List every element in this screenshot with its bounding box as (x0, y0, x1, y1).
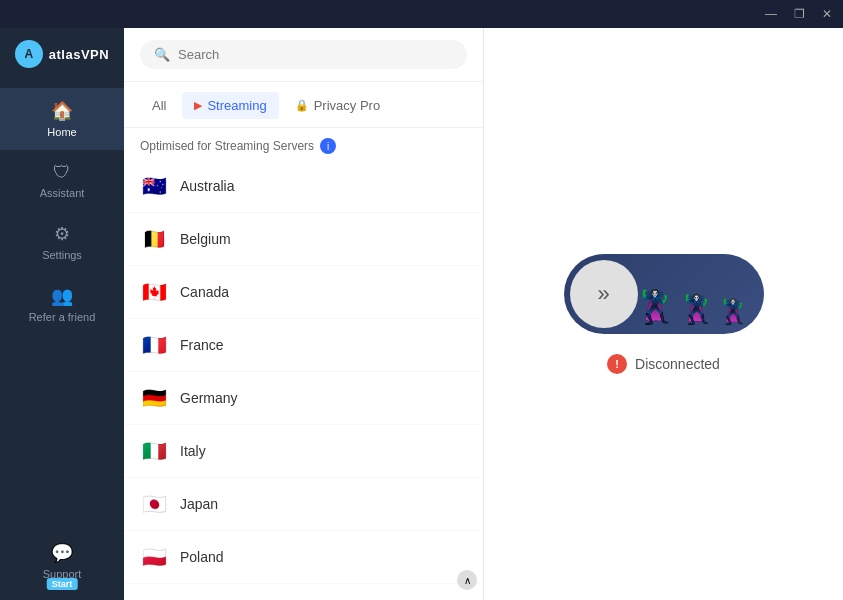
flag-japan: 🇯🇵 (140, 490, 168, 518)
sidebar-nav: 🏠 Home 🛡 Assistant ⚙ Settings 👥 Refer a … (0, 88, 124, 530)
sidebar-item-label-settings: Settings (42, 249, 82, 261)
sidebar-item-label-assistant: Assistant (40, 187, 85, 199)
tab-privacy-pro-label: Privacy Pro (314, 98, 380, 113)
logo-text: atlasVPN (49, 47, 109, 62)
character-3: 🦹 (718, 298, 748, 326)
connection-status-text: Disconnected (635, 356, 720, 372)
server-panel: 🔍 All ▶ Streaming 🔒 Privacy Pro Optimise… (124, 28, 484, 600)
sidebar-item-label-home: Home (47, 126, 76, 138)
character-2: 🦹 (679, 293, 714, 326)
flag-canada: 🇨🇦 (140, 278, 168, 306)
close-button[interactable]: ✕ (819, 6, 835, 22)
flag-italy: 🇮🇹 (140, 437, 168, 465)
toggle-thumb: » (570, 260, 638, 328)
main-area: 🔍 All ▶ Streaming 🔒 Privacy Pro Optimise… (124, 28, 843, 600)
search-bar: 🔍 (124, 28, 483, 82)
privacy-pro-icon: 🔒 (295, 99, 309, 112)
vpn-toggle[interactable]: » 🦹 🦹 🦹 (564, 254, 764, 334)
tab-all[interactable]: All (140, 92, 178, 119)
sidebar-item-home[interactable]: 🏠 Home (0, 88, 124, 150)
server-list-header-text: Optimised for Streaming Servers (140, 139, 314, 153)
titlebar: — ❐ ✕ (0, 0, 843, 28)
refer-icon: 👥 (51, 285, 73, 307)
settings-icon: ⚙ (54, 223, 70, 245)
logo: A atlasVPN (0, 28, 124, 88)
vpn-toggle-area: » 🦹 🦹 🦹 ! Disconnected (564, 254, 764, 374)
flag-france: 🇫🇷 (140, 331, 168, 359)
list-item[interactable]: 🇵🇱 Poland (124, 531, 483, 584)
list-item[interactable]: 🇮🇹 Italy (124, 425, 483, 478)
tab-privacy-pro[interactable]: 🔒 Privacy Pro (283, 92, 392, 119)
list-item[interactable]: 🇪🇸 Spain (124, 584, 483, 600)
logo-icon: A (15, 40, 43, 68)
start-badge: Start (47, 578, 78, 590)
character-1: 🦹 (635, 288, 675, 326)
server-list[interactable]: 🇦🇺 Australia 🇧🇪 Belgium 🇨🇦 Canada 🇫🇷 Fra… (124, 160, 483, 600)
list-item[interactable]: 🇫🇷 France (124, 319, 483, 372)
search-input-wrap: 🔍 (140, 40, 467, 69)
minimize-button[interactable]: — (763, 6, 779, 22)
search-icon: 🔍 (154, 47, 170, 62)
sidebar-bottom: 💬 Support Start (0, 530, 124, 600)
search-input[interactable] (178, 47, 453, 62)
list-item[interactable]: 🇯🇵 Japan (124, 478, 483, 531)
sidebar-item-assistant[interactable]: 🛡 Assistant (0, 150, 124, 211)
flag-poland: 🇵🇱 (140, 543, 168, 571)
sidebar: A atlasVPN 🏠 Home 🛡 Assistant ⚙ Settings… (0, 0, 124, 600)
support-icon: 💬 (51, 542, 73, 564)
vpn-characters: 🦹 🦹 🦹 (635, 288, 748, 326)
maximize-button[interactable]: ❐ (791, 6, 807, 22)
scroll-up-button[interactable]: ∧ (457, 570, 477, 590)
main-content: 🔍 All ▶ Streaming 🔒 Privacy Pro Optimise… (124, 28, 843, 600)
tabs-bar: All ▶ Streaming 🔒 Privacy Pro (124, 82, 483, 128)
assistant-icon: 🛡 (53, 162, 71, 183)
flag-belgium: 🇧🇪 (140, 225, 168, 253)
connection-status-row: ! Disconnected (607, 354, 720, 374)
info-icon[interactable]: i (320, 138, 336, 154)
server-name-belgium: Belgium (180, 231, 231, 247)
server-name-france: France (180, 337, 224, 353)
flag-spain: 🇪🇸 (140, 596, 168, 600)
flag-germany: 🇩🇪 (140, 384, 168, 412)
disconnected-icon: ! (607, 354, 627, 374)
server-name-germany: Germany (180, 390, 238, 406)
server-name-japan: Japan (180, 496, 218, 512)
server-name-italy: Italy (180, 443, 206, 459)
sidebar-item-refer[interactable]: 👥 Refer a friend (0, 273, 124, 335)
list-item[interactable]: 🇩🇪 Germany (124, 372, 483, 425)
list-item[interactable]: 🇨🇦 Canada (124, 266, 483, 319)
list-item[interactable]: 🇧🇪 Belgium (124, 213, 483, 266)
sidebar-item-label-refer: Refer a friend (29, 311, 96, 323)
server-name-australia: Australia (180, 178, 234, 194)
streaming-icon: ▶ (194, 99, 202, 112)
connection-panel: » 🦹 🦹 🦹 ! Disconnected (484, 28, 843, 600)
tab-streaming[interactable]: ▶ Streaming (182, 92, 278, 119)
server-name-poland: Poland (180, 549, 224, 565)
sidebar-item-settings[interactable]: ⚙ Settings (0, 211, 124, 273)
list-item[interactable]: 🇦🇺 Australia (124, 160, 483, 213)
toggle-arrow-icon: » (597, 281, 609, 307)
flag-australia: 🇦🇺 (140, 172, 168, 200)
tab-streaming-label: Streaming (207, 98, 266, 113)
home-icon: 🏠 (51, 100, 73, 122)
server-name-canada: Canada (180, 284, 229, 300)
server-list-header: Optimised for Streaming Servers i (124, 128, 483, 160)
sidebar-item-support[interactable]: 💬 Support Start (0, 530, 124, 592)
